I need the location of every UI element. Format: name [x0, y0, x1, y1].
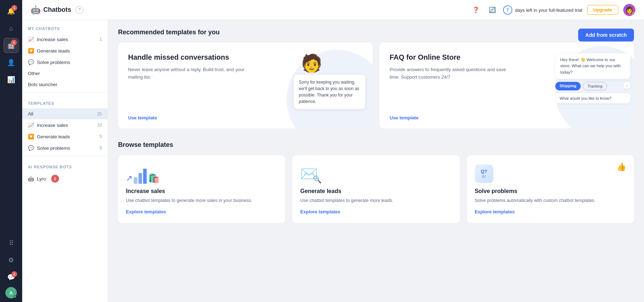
template-generate-leads-count: 5	[99, 134, 102, 139]
template-solve-problems-icon: 💬	[28, 145, 34, 151]
content-area: Add from scratch Recommended templates f…	[108, 20, 644, 302]
all-templates-count: 25	[97, 112, 102, 117]
browse-generate-leads: ✉️ 🔍 Generate leads Use chatbot template…	[292, 155, 459, 223]
template-solve-problems-label: Solve problems	[37, 145, 70, 151]
browse-increase-sales-description: Use chatbot templates to generate more s…	[126, 197, 277, 204]
browse-solve-problems-title: Solve problems	[475, 188, 626, 194]
add-from-scratch-button[interactable]: Add from scratch	[578, 29, 634, 41]
faq-arrow-icon[interactable]: ›	[623, 82, 630, 89]
faq-question-prompt: What would you like to know?	[555, 93, 630, 103]
solve-problems-icon: 💬	[28, 59, 34, 65]
faq-store-description: Provide answers to frequently asked ques…	[390, 66, 511, 81]
sidebar-item-home[interactable]: ⌂	[4, 21, 19, 36]
sidebar-item-generate-leads[interactable]: 🔽 Generate leads	[22, 45, 108, 56]
handle-missed-illustration: 🧑 Sorry for keeping you waiting, we'll g…	[258, 43, 372, 128]
a-letter: A!	[482, 174, 486, 179]
browse-generate-leads-explore[interactable]: Explore templates	[300, 209, 452, 214]
handle-missed-description: Never leave anyone without a reply. Buil…	[128, 66, 250, 81]
thumbs-up-icon: 👍	[616, 162, 626, 172]
topbar-logo: 🤖 Chatbots	[31, 5, 71, 15]
increase-sales-card-icon: ↗ 🛍️	[126, 164, 277, 184]
lyro-label: Lyro	[37, 176, 46, 182]
templates-section-label: TEMPLATES	[22, 95, 108, 108]
chat-message-preview: Sorry for keeping you waiting, we'll get…	[294, 75, 365, 109]
trial-days-number: 7	[503, 5, 512, 15]
other-label: Other	[28, 71, 40, 76]
refresh-icon-btn[interactable]: 🔄	[487, 4, 498, 16]
template-increase-sales-icon: 📈	[28, 122, 34, 128]
trial-text: days left in your full-featured trial	[515, 7, 582, 13]
recommended-cards: Handle missed conversations Never leave …	[118, 43, 634, 128]
browse-increase-sales: ↗ 🛍️ Increase sales Use chatbot template…	[118, 155, 285, 223]
help-button[interactable]: ?	[75, 6, 83, 14]
template-solve-problems-count: 9	[99, 145, 102, 150]
template-increase-sales-count: 10	[97, 123, 102, 128]
generate-leads-icon: 🔽	[28, 48, 34, 54]
chatbots-badge: 1	[11, 40, 17, 45]
faq-tracking-btn[interactable]: Tracking	[583, 82, 607, 90]
all-templates-label: All	[28, 111, 33, 117]
sidebar-template-solve-problems[interactable]: 💬 Solve problems 9	[22, 142, 108, 154]
sidebar-item-settings[interactable]: ⚙	[4, 253, 19, 268]
sidebar-item-solve-problems[interactable]: 💬 Solve problems	[22, 56, 108, 68]
browse-solve-problems-description: Solve problems automatically with custom…	[475, 197, 626, 204]
lyro-icon: 🤖	[28, 176, 34, 182]
template-generate-leads-label: Generate leads	[37, 134, 70, 139]
sidebar-item-increase-sales[interactable]: 📈 Increase sales 1	[22, 34, 108, 45]
faq-button-group: Shipping Tracking ›	[555, 82, 630, 90]
topbar-right: ❓ 🔄 7 days left in your full-featured tr…	[470, 4, 635, 16]
question-icon-btn[interactable]: ❓	[470, 4, 482, 16]
chat-avatar-emoji: 🧑	[301, 53, 322, 73]
user-avatar[interactable]: 👩	[623, 4, 635, 16]
settings-icon: ⚙	[8, 256, 14, 264]
sidebar-template-increase-sales[interactable]: 📈 Increase sales 10	[22, 119, 108, 131]
sidebar-item-chat-support[interactable]: 💬 1	[4, 270, 19, 285]
question-icon: ❓	[472, 6, 479, 13]
recommended-heading: Recommended templates for you	[118, 29, 634, 36]
apps-icon: ⠿	[9, 239, 14, 247]
online-indicator	[14, 295, 16, 298]
sidebar-item-bots-launcher[interactable]: Bots launcher	[22, 79, 108, 90]
faq-chat-ui: Hey there! 👋 Welcome to our store. What …	[555, 53, 630, 103]
sidebar-lyro[interactable]: 🤖 Lyro 2	[22, 172, 108, 185]
sidebar-item-analytics[interactable]: 📊	[4, 72, 19, 87]
lyro-badge: 2	[51, 175, 59, 183]
browse-increase-sales-explore[interactable]: Explore templates	[126, 209, 277, 214]
arrow-up-icon: ↗	[126, 174, 132, 183]
sidebar-item-chatbots[interactable]: 🤖 1	[4, 38, 19, 53]
browse-increase-sales-title: Increase sales	[126, 188, 277, 194]
my-chatbots-section-label: MY CHATBOTS	[22, 20, 108, 34]
trial-badge: 7 days left in your full-featured trial	[503, 5, 582, 15]
browse-solve-problems: Q? A! 👍 Solve problems Solve problems au…	[467, 155, 634, 223]
faq-shipping-btn[interactable]: Shipping	[555, 82, 581, 90]
bots-launcher-label: Bots launcher	[28, 82, 58, 87]
avatar[interactable]: A	[5, 287, 17, 298]
sidebar-template-all[interactable]: All 25	[22, 108, 108, 119]
faq-greeting-bubble: Hey there! 👋 Welcome to our store. What …	[555, 53, 630, 79]
faq-store-card: FAQ for Online Store Provide answers to …	[380, 43, 634, 128]
sidebar-item-contacts[interactable]: 👤	[4, 55, 19, 70]
home-icon: ⌂	[9, 25, 13, 32]
browse-solve-problems-explore[interactable]: Explore templates	[475, 209, 626, 214]
refresh-icon: 🔄	[489, 6, 496, 13]
analytics-icon: 📊	[7, 76, 15, 84]
browse-cards: ↗ 🛍️ Increase sales Use chatbot template…	[118, 155, 634, 223]
q-letter: Q?	[481, 169, 487, 174]
upgrade-button[interactable]: Upgrade	[587, 5, 618, 15]
template-generate-leads-icon: 🔽	[28, 134, 34, 139]
generate-leads-label: Generate leads	[37, 48, 70, 54]
solve-problems-card-icon: Q? A! 👍	[475, 164, 626, 184]
sidebar-item-apps[interactable]: ⠿	[4, 236, 19, 251]
solve-problems-label: Solve problems	[37, 60, 70, 65]
avatar-online-dot	[632, 13, 635, 16]
topbar: 🤖 Chatbots ? ❓ 🔄 7 days left in your ful…	[22, 0, 644, 20]
chat-support-badge: 1	[11, 271, 17, 277]
sidebar: MY CHATBOTS 📈 Increase sales 1 🔽 Generat…	[22, 20, 108, 302]
sidebar-item-notifications[interactable]: 🔔 1	[4, 4, 19, 19]
magnify-icon: 🔍	[313, 175, 322, 184]
browse-generate-leads-title: Generate leads	[300, 188, 452, 194]
sidebar-item-other[interactable]: Other	[22, 68, 108, 79]
contacts-icon: 👤	[7, 59, 15, 66]
sidebar-template-generate-leads[interactable]: 🔽 Generate leads 5	[22, 131, 108, 142]
browse-heading: Browse templates	[118, 141, 634, 149]
